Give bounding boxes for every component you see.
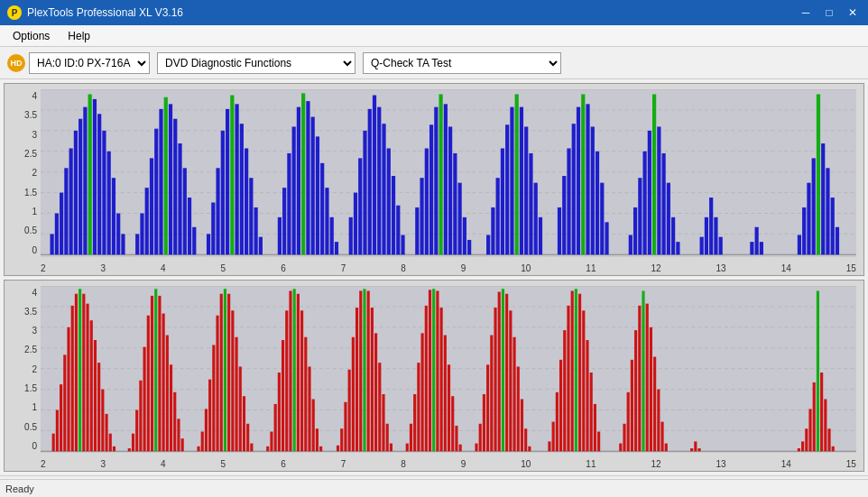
svg-rect-157: [86, 303, 88, 451]
menubar: Options Help: [0, 25, 868, 47]
svg-rect-10: [55, 213, 59, 254]
svg-rect-167: [135, 410, 138, 451]
svg-rect-186: [220, 293, 223, 451]
svg-rect-266: [590, 373, 593, 451]
svg-rect-60: [325, 188, 328, 254]
test-dropdown[interactable]: Q-Check TA Test: [363, 52, 561, 74]
menu-help[interactable]: Help: [60, 28, 97, 44]
svg-rect-219: [371, 308, 374, 451]
maximize-button[interactable]: □: [821, 5, 837, 21]
svg-rect-179: [181, 438, 184, 451]
svg-rect-136: [831, 198, 835, 254]
function-dropdown[interactable]: DVD Diagnostic Functions: [157, 52, 356, 74]
svg-rect-108: [600, 183, 604, 255]
bottom-chart-area: [41, 286, 856, 454]
top-chart-x-axis: 2 3 4 5 6 7 8 9 10 11 12 13 14 15: [41, 263, 856, 273]
svg-rect-268: [597, 431, 600, 451]
svg-rect-215: [356, 308, 358, 451]
menu-options[interactable]: Options: [5, 28, 57, 44]
svg-rect-250: [512, 336, 515, 451]
svg-rect-34: [178, 143, 181, 254]
svg-rect-154: [75, 293, 78, 451]
svg-rect-289: [813, 382, 816, 450]
drive-dropdown[interactable]: HA:0 ID:0 PX-716A: [29, 52, 150, 74]
svg-rect-172: [154, 289, 157, 451]
svg-rect-78: [429, 124, 433, 254]
svg-rect-47: [249, 178, 253, 254]
svg-rect-270: [623, 423, 625, 451]
svg-rect-101: [567, 148, 570, 254]
svg-rect-241: [479, 423, 482, 451]
svg-rect-96: [529, 153, 532, 254]
svg-rect-205: [304, 336, 307, 451]
svg-rect-57: [311, 117, 315, 255]
svg-rect-126: [750, 242, 753, 254]
svg-rect-210: [337, 445, 339, 451]
svg-rect-115: [652, 94, 656, 254]
svg-rect-199: [282, 340, 284, 451]
svg-rect-263: [578, 293, 581, 451]
svg-rect-231: [429, 290, 431, 451]
svg-rect-254: [528, 446, 531, 450]
svg-rect-40: [216, 168, 219, 254]
svg-rect-15: [78, 119, 82, 255]
svg-rect-187: [224, 289, 226, 451]
svg-rect-11: [60, 193, 63, 255]
svg-rect-165: [128, 448, 131, 451]
svg-rect-62: [335, 242, 338, 254]
svg-rect-150: [60, 384, 62, 451]
svg-rect-170: [147, 315, 150, 451]
svg-rect-116: [657, 126, 660, 254]
svg-rect-69: [377, 107, 381, 255]
svg-rect-114: [648, 131, 651, 254]
svg-rect-166: [132, 433, 134, 451]
svg-rect-276: [646, 303, 649, 451]
svg-rect-213: [348, 369, 351, 451]
svg-rect-214: [352, 336, 355, 451]
svg-rect-180: [197, 446, 199, 450]
svg-rect-72: [392, 176, 395, 254]
close-button[interactable]: ✕: [845, 5, 861, 21]
svg-rect-223: [386, 423, 389, 451]
svg-rect-257: [556, 391, 559, 450]
svg-rect-279: [657, 389, 660, 451]
svg-rect-104: [581, 94, 585, 254]
svg-rect-273: [634, 330, 637, 451]
svg-rect-87: [486, 235, 490, 254]
svg-rect-288: [808, 409, 811, 451]
minimize-button[interactable]: ─: [798, 5, 814, 21]
svg-rect-19: [97, 114, 101, 254]
svg-rect-192: [243, 396, 245, 451]
svg-rect-44: [235, 104, 238, 254]
svg-rect-46: [245, 148, 248, 254]
svg-rect-129: [798, 235, 801, 254]
svg-rect-153: [71, 305, 74, 450]
bottom-chart-y-axis: 4 3.5 3 2.5 2 1.5 1 0.5 0: [5, 286, 41, 454]
svg-rect-168: [139, 380, 142, 451]
titlebar-controls: ─ □ ✕: [798, 5, 861, 21]
svg-rect-196: [270, 431, 272, 451]
svg-rect-267: [594, 403, 596, 450]
titlebar: P PlexTools Professional XL V3.16 ─ □ ✕: [0, 0, 868, 25]
svg-rect-212: [344, 401, 346, 451]
svg-rect-201: [289, 290, 291, 451]
statusbar: Ready: [0, 479, 868, 497]
svg-rect-286: [801, 441, 804, 451]
svg-rect-124: [714, 217, 717, 254]
svg-rect-178: [177, 419, 180, 451]
svg-rect-236: [448, 364, 450, 451]
svg-rect-66: [363, 131, 366, 254]
svg-rect-125: [719, 237, 723, 255]
svg-rect-189: [231, 310, 234, 451]
svg-rect-240: [475, 443, 477, 451]
titlebar-title: PlexTools Professional XL V3.16: [27, 6, 183, 19]
status-text: Ready: [5, 483, 34, 494]
svg-rect-272: [631, 359, 633, 450]
svg-rect-255: [548, 441, 550, 451]
svg-rect-181: [201, 431, 204, 451]
svg-rect-148: [52, 433, 55, 451]
svg-rect-224: [390, 443, 392, 451]
svg-rect-63: [349, 217, 353, 254]
svg-rect-122: [705, 217, 708, 254]
svg-rect-98: [539, 217, 542, 254]
